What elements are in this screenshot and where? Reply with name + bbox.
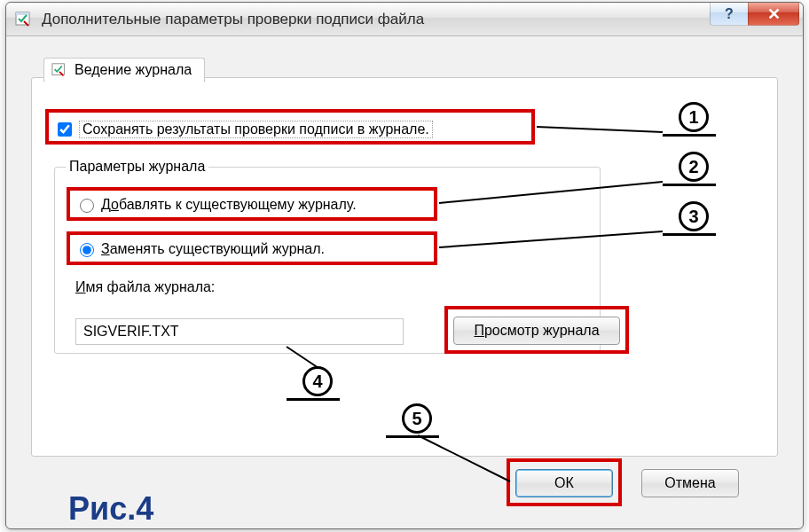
window-title: Дополнительные параметры проверки подпис…	[42, 11, 424, 28]
tab-logging[interactable]: Ведение журнала	[43, 58, 205, 82]
highlight-ok	[507, 458, 622, 506]
highlight-2	[67, 187, 437, 221]
highlight-3	[67, 231, 437, 265]
callout-3-line	[663, 233, 716, 236]
callout-4-line	[287, 398, 340, 401]
titlebar: Дополнительные параметры проверки подпис…	[6, 3, 803, 36]
tab-label: Ведение журнала	[75, 62, 192, 78]
callout-4: 4	[302, 366, 333, 396]
callout-2-line	[663, 184, 716, 186]
callout-5-line	[386, 435, 439, 438]
app-icon	[15, 11, 33, 28]
help-button[interactable]: ?	[710, 3, 749, 26]
close-button[interactable]: ✕	[748, 3, 799, 26]
dialog-window: Дополнительные параметры проверки подпис…	[5, 2, 804, 529]
highlight-1	[45, 109, 535, 145]
callout-1: 1	[679, 102, 709, 132]
log-params-legend: Параметры журнала	[66, 159, 208, 175]
callout-5: 5	[402, 403, 432, 434]
filename-input[interactable]	[75, 318, 404, 345]
svg-rect-1	[16, 12, 29, 15]
highlight-view	[444, 306, 629, 354]
cancel-button[interactable]: Отмена	[641, 469, 739, 497]
callout-1-line	[663, 134, 716, 137]
callout-2: 2	[679, 152, 709, 182]
callout-3: 3	[679, 201, 709, 231]
figure-label: Рис.4	[68, 490, 153, 528]
tab-icon	[51, 62, 67, 78]
filename-label: Имя файла журнала:	[75, 279, 215, 295]
